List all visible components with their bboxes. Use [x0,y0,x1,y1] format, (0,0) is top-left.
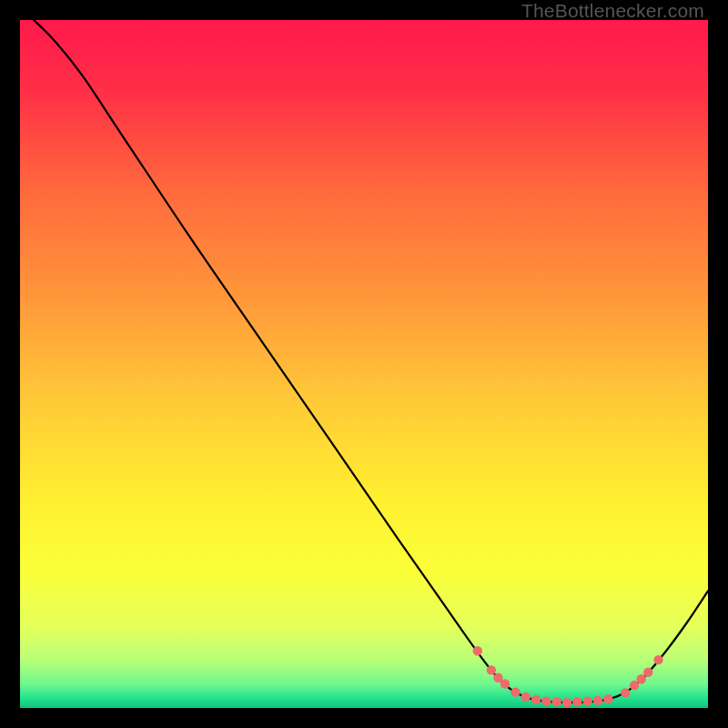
chart-frame [20,20,708,708]
marker-dot [551,697,561,706]
marker-dot [636,674,645,683]
marker-dot [583,696,592,705]
marker-dot [643,667,652,676]
marker-dot [541,696,551,705]
marker-dot [621,688,630,697]
marker-dot [500,679,510,688]
marker-dot [653,655,662,664]
marker-dot [531,695,541,704]
marker-dot [593,695,602,704]
marker-dot [473,646,482,655]
marker-dot [511,687,520,696]
watermark-label: TheBottlenecker.com [521,0,704,22]
marker-dot [521,693,530,702]
marker-dot [487,665,496,674]
marker-dot [572,697,581,706]
marker-dot [562,698,571,707]
bottleneck-chart [20,20,708,708]
marker-dot [603,694,612,703]
gradient-background [20,20,708,708]
